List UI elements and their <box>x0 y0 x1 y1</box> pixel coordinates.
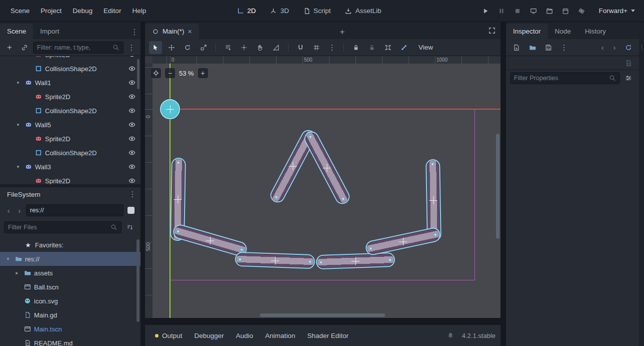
scene-tab-main[interactable]: Main(*) × <box>145 24 199 39</box>
file-item-icon.svg[interactable]: icon.svg <box>0 294 140 308</box>
scene-node-Sprite2D[interactable]: Sprite2D <box>0 174 140 184</box>
file-item-Ball.tscn[interactable]: Ball.tscn <box>0 280 140 294</box>
list-select-tool[interactable] <box>222 41 234 54</box>
snap-options-menu[interactable]: ⋮ <box>326 41 338 55</box>
visibility-toggle[interactable] <box>126 135 138 142</box>
close-icon[interactable]: × <box>188 28 192 36</box>
collision-handle[interactable] <box>308 135 312 139</box>
new-scene-tab-button[interactable]: + <box>336 25 348 39</box>
filter-options-button[interactable] <box>622 72 635 85</box>
scene-node-CollisionShape2D[interactable]: CollisionShape2D <box>0 146 140 160</box>
collision-handle[interactable] <box>308 260 312 263</box>
stop-button[interactable] <box>511 5 524 18</box>
collision-handle[interactable] <box>274 195 278 199</box>
filesystem-options-menu[interactable]: ⋮ <box>126 187 138 201</box>
bottom-tab-output[interactable]: Output <box>150 329 188 342</box>
path-field[interactable]: res:// <box>26 204 124 216</box>
viewport-canvas[interactable]: 05001000 0500 − 53 % + <box>145 56 500 318</box>
collision-handle[interactable] <box>434 233 437 236</box>
grid-snap-toggle[interactable] <box>310 41 323 54</box>
rotate-tool[interactable] <box>181 41 194 54</box>
pause-button[interactable] <box>495 5 508 18</box>
bottom-tab-animation[interactable]: Animation <box>260 329 300 342</box>
visibility-toggle[interactable] <box>126 79 138 86</box>
visibility-toggle[interactable] <box>126 93 138 100</box>
unlock-button[interactable] <box>366 41 378 54</box>
update-spinner-button[interactable] <box>575 5 588 18</box>
instantiate-scene-button[interactable] <box>18 41 31 54</box>
remote-debug-button[interactable] <box>527 5 540 18</box>
zoom-level[interactable]: 53 % <box>179 70 194 77</box>
collapse-arrow[interactable]: ► <box>13 271 21 275</box>
collision-handle[interactable] <box>342 197 346 201</box>
visibility-toggle[interactable] <box>126 56 138 58</box>
expand-dock-button[interactable]: ⋮ <box>639 44 644 51</box>
center-view-button[interactable] <box>151 68 161 78</box>
tab-scene[interactable]: Scene <box>0 24 33 39</box>
visibility-toggle[interactable] <box>126 107 138 114</box>
scene-node-Sprite2D[interactable]: Sprite2D <box>0 90 140 104</box>
file-filter-input[interactable] <box>8 224 110 231</box>
property-filter-input[interactable] <box>514 75 609 82</box>
zoom-out-button[interactable]: − <box>165 68 175 78</box>
collision-handle[interactable] <box>176 229 180 233</box>
save-resource-button[interactable] <box>542 41 555 54</box>
vscroll-thumb[interactable] <box>496 134 500 239</box>
tab-node[interactable]: Node <box>548 24 578 39</box>
history-back-button[interactable]: ‹ <box>598 43 607 52</box>
collision-handle[interactable] <box>238 257 242 260</box>
file-item-res://[interactable]: ▼res:// <box>0 252 140 266</box>
collapse-arrow[interactable]: ▼ <box>14 81 22 85</box>
scene-filter-input[interactable] <box>37 44 112 51</box>
display-mode-toggle[interactable] <box>128 207 134 214</box>
menu-help[interactable]: Help <box>126 5 152 17</box>
wall-node-7[interactable] <box>316 252 396 269</box>
object-history-button[interactable] <box>622 41 635 54</box>
collision-handle[interactable] <box>177 161 180 164</box>
file-item-Main.gd[interactable]: Main.gd <box>0 308 140 322</box>
collapse-arrow[interactable]: ▼ <box>4 257 12 261</box>
visibility-toggle[interactable] <box>126 149 138 156</box>
workspace-script[interactable]: Script <box>298 5 336 17</box>
move-tool[interactable] <box>165 41 178 54</box>
tab-history[interactable]: History <box>578 24 613 39</box>
select-tool[interactable] <box>149 41 162 54</box>
notifications-button[interactable] <box>444 329 457 342</box>
play-button[interactable] <box>479 5 492 18</box>
workspace-2d[interactable]: 2D <box>232 5 261 17</box>
ball-node[interactable] <box>160 99 180 119</box>
collision-handle[interactable] <box>240 247 244 251</box>
visibility-toggle[interactable] <box>126 121 138 128</box>
scene-node-CollisionShape2D[interactable]: CollisionShape2D <box>0 62 140 76</box>
wall-node-6[interactable] <box>235 252 316 269</box>
collision-handle[interactable] <box>320 260 322 263</box>
tab-inspector[interactable]: Inspector <box>506 24 548 39</box>
bottom-tab-shader-editor[interactable]: Shader Editor <box>302 329 354 342</box>
pan-tool[interactable] <box>254 41 266 54</box>
new-resource-button[interactable] <box>510 41 523 54</box>
property-docs-button[interactable] <box>622 57 635 70</box>
visibility-toggle[interactable] <box>126 65 138 72</box>
menu-project[interactable]: Project <box>35 5 67 17</box>
file-item-README.md[interactable]: README.md <box>0 336 140 346</box>
scene-node-Sprite2D[interactable]: Sprite2D <box>0 56 140 62</box>
file-item-Main.tscn[interactable]: Main.tscn <box>0 322 140 336</box>
file-item-assets[interactable]: ►assets <box>0 266 140 280</box>
zoom-in-button[interactable]: + <box>198 68 208 78</box>
scale-tool[interactable] <box>197 41 210 54</box>
nav-forward-button[interactable]: › <box>15 206 24 215</box>
scene-node-Wall1[interactable]: ▼Wall1 <box>0 76 140 90</box>
collision-handle[interactable] <box>432 163 434 166</box>
filesystem-scrollbar[interactable] <box>136 239 140 322</box>
renderer-select[interactable]: Forward+ <box>595 5 639 17</box>
menu-scene[interactable]: Scene <box>5 5 35 17</box>
scene-node-Wall5[interactable]: ▼Wall5 <box>0 118 140 132</box>
skeleton-options-button[interactable] <box>398 41 410 54</box>
editor-layout-button[interactable] <box>559 5 572 18</box>
bottom-tab-audio[interactable]: Audio <box>231 329 258 342</box>
distraction-free-button[interactable] <box>486 24 498 37</box>
movie-maker-button[interactable] <box>543 5 556 18</box>
menu-debug[interactable]: Debug <box>67 5 98 17</box>
pivot-tool[interactable] <box>238 41 250 54</box>
file-sort-button[interactable] <box>124 221 136 234</box>
